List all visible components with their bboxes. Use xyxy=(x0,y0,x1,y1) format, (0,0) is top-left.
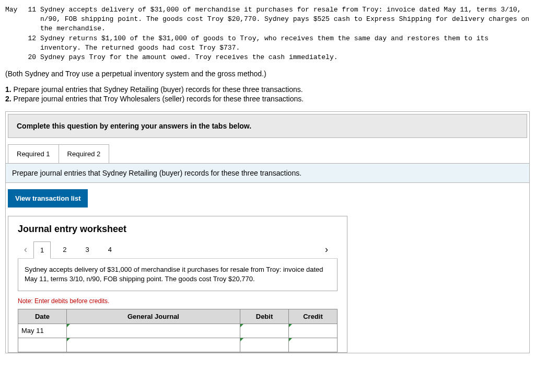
questions: 1. Prepare journal entries that Sydney R… xyxy=(5,85,530,103)
col-header-general-journal: General Journal xyxy=(67,309,240,324)
tab-instruction: Prepare journal entries that Sydney Reta… xyxy=(6,164,529,183)
transaction-list: May 11 Sydney accepts delivery of $31,00… xyxy=(5,5,530,62)
debit-cell[interactable] xyxy=(240,324,289,338)
transaction-text: Sydney returns $1,100 of the $31,000 of … xyxy=(40,34,530,53)
entry-tab-2[interactable]: 2 xyxy=(56,241,73,258)
worksheet-title: Journal entry worksheet xyxy=(18,224,338,235)
instruction-bar: Complete this question by entering your … xyxy=(8,114,527,138)
transaction-month: May xyxy=(5,5,24,15)
entry-tab-3[interactable]: 3 xyxy=(78,241,96,258)
note-text: Note: Enter debits before credits. xyxy=(18,297,338,305)
entry-description: Sydney accepts delivery of $31,000 of me… xyxy=(18,259,338,291)
debit-cell[interactable] xyxy=(240,338,289,352)
entry-tab-4[interactable]: 4 xyxy=(101,241,119,258)
entry-tab-1[interactable]: 1 xyxy=(33,241,51,259)
col-header-date: Date xyxy=(18,309,67,324)
date-cell xyxy=(18,338,67,352)
credit-cell[interactable] xyxy=(289,338,338,352)
journal-worksheet: Journal entry worksheet ‹ 1 2 3 4 › Sydn… xyxy=(8,216,347,352)
system-note: (Both Sydney and Troy use a perpetual in… xyxy=(5,70,530,78)
transaction-day: 11 xyxy=(24,5,40,15)
tab-required-1[interactable]: Required 1 xyxy=(8,144,59,163)
transaction-text: Sydney accepts delivery of $31,000 of me… xyxy=(40,5,530,34)
question-number: 2. xyxy=(5,95,11,103)
chevron-right-icon[interactable]: › xyxy=(319,241,334,258)
table-row: May 11 xyxy=(18,324,338,338)
col-header-credit: Credit xyxy=(289,309,338,324)
credit-cell[interactable] xyxy=(289,324,338,338)
tabs-row: Required 1 Required 2 xyxy=(6,144,529,164)
entry-nav: ‹ 1 2 3 4 › xyxy=(18,241,338,259)
question-text: Prepare journal entries that Troy Wholes… xyxy=(14,95,304,103)
date-cell: May 11 xyxy=(18,324,67,338)
tab-required-2[interactable]: Required 2 xyxy=(59,144,110,163)
answer-area: Complete this question by entering your … xyxy=(5,111,530,353)
question-text: Prepare journal entries that Sydney Reta… xyxy=(14,85,303,94)
journal-table: Date General Journal Debit Credit May 11 xyxy=(18,309,338,352)
table-row xyxy=(18,338,338,352)
question-number: 1. xyxy=(5,85,11,94)
chevron-left-icon[interactable]: ‹ xyxy=(18,241,33,258)
col-header-debit: Debit xyxy=(240,309,289,324)
transaction-day: 12 xyxy=(24,34,40,43)
general-journal-cell[interactable] xyxy=(67,338,240,352)
view-transaction-list-button[interactable]: View transaction list xyxy=(8,189,88,207)
transaction-day: 20 xyxy=(24,53,40,62)
general-journal-cell[interactable] xyxy=(67,324,240,338)
transaction-text: Sydney pays Troy for the amount owed. Tr… xyxy=(40,53,530,62)
